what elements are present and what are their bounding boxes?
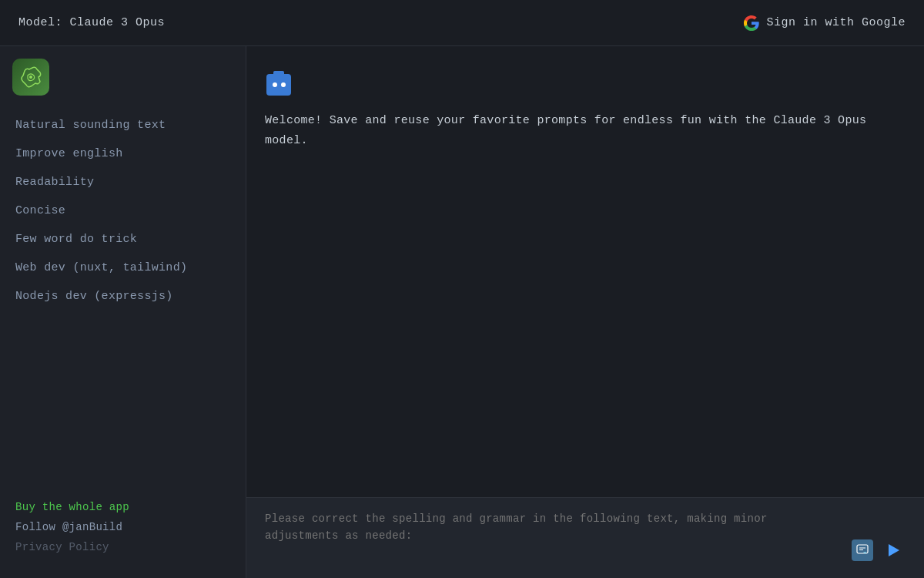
- sticker-icon: [852, 539, 873, 561]
- main-layout: Natural sounding text Improve english Re…: [0, 46, 924, 578]
- privacy-policy-link[interactable]: Privacy Policy: [15, 541, 230, 553]
- bot-avatar: [265, 71, 293, 99]
- follow-link[interactable]: Follow @janBuild: [15, 521, 230, 533]
- svg-point-0: [29, 76, 32, 79]
- buy-app-link[interactable]: Buy the whole app: [15, 501, 230, 513]
- input-actions: [849, 536, 902, 564]
- sidebar-item-readability[interactable]: Readability: [0, 168, 246, 197]
- app-logo[interactable]: [12, 59, 49, 96]
- header: Model: Claude 3 Opus Sign in with Google: [0, 0, 924, 46]
- sticker-svg: [856, 544, 869, 556]
- sidebar: Natural sounding text Improve english Re…: [0, 46, 246, 578]
- logo-icon: [18, 65, 43, 89]
- sidebar-item-few-word[interactable]: Few word do trick: [0, 225, 246, 254]
- chat-messages: Welcome! Save and reuse your favorite pr…: [246, 46, 924, 497]
- input-area: [246, 497, 924, 578]
- sign-in-label: Sign in with Google: [766, 16, 906, 29]
- chat-input[interactable]: [265, 510, 906, 562]
- sign-in-button[interactable]: Sign in with Google: [743, 15, 906, 32]
- bot-eye-right: [281, 82, 286, 87]
- send-icon: [889, 544, 899, 556]
- welcome-message: Welcome! Save and reuse your favorite pr…: [265, 111, 881, 150]
- bot-eye-left: [273, 82, 277, 87]
- svg-rect-1: [857, 545, 868, 553]
- send-button[interactable]: [886, 541, 902, 560]
- sidebar-item-natural-sounding[interactable]: Natural sounding text: [0, 111, 246, 139]
- content-area: Welcome! Save and reuse your favorite pr…: [246, 46, 924, 578]
- sidebar-item-web-dev[interactable]: Web dev (nuxt, tailwind): [0, 254, 246, 282]
- sidebar-item-nodejs-dev[interactable]: Nodejs dev (expressjs): [0, 282, 246, 311]
- google-icon: [743, 15, 760, 32]
- bot-icon-shape: [266, 74, 291, 96]
- bot-face: [273, 82, 286, 87]
- sidebar-item-improve-english[interactable]: Improve english: [0, 139, 246, 168]
- sidebar-item-concise[interactable]: Concise: [0, 197, 246, 225]
- sidebar-footer: Buy the whole app Follow @janBuild Priva…: [0, 489, 246, 566]
- sidebar-nav: Natural sounding text Improve english Re…: [0, 111, 246, 489]
- model-label: Model: Claude 3 Opus: [18, 16, 165, 29]
- sticker-button[interactable]: [849, 536, 876, 564]
